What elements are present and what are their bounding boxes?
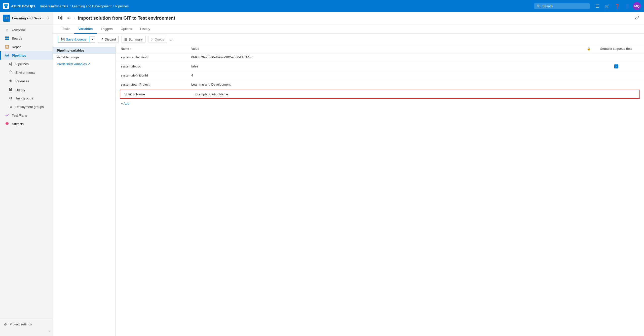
sidebar-item-pipelines[interactable]: Pipelines [0, 60, 53, 68]
var-settable-system-debug[interactable] [594, 64, 639, 68]
svg-rect-8 [10, 89, 11, 91]
breadcrumb-org[interactable]: ImperiumDynamics [40, 4, 68, 8]
sidebar-item-repos[interactable]: Repos [0, 43, 53, 51]
toolbar-more-button[interactable]: ... [168, 36, 175, 43]
sidebar-item-pipelines-section[interactable]: Pipelines [0, 51, 53, 60]
col-header-lock: 🔒 [584, 47, 594, 51]
app-logo[interactable]: Azure DevOps [3, 3, 35, 9]
tab-history[interactable]: History [136, 24, 154, 34]
table-row[interactable]: system.definitionId 4 [116, 71, 644, 80]
var-name-system-definitionid: system.definitionId [121, 73, 191, 77]
sidebar-item-label-pipelines-section: Pipelines [12, 54, 26, 57]
settings-label: Project settings [10, 322, 32, 326]
sidebar-item-releases[interactable]: Releases [0, 77, 53, 85]
sidebar-item-test-plans[interactable]: Test Plans [0, 111, 53, 120]
discard-button[interactable]: ↺ Discard [98, 36, 119, 43]
list-icon-btn[interactable]: ☰ [593, 2, 602, 11]
search-icon: 🔍 [537, 4, 541, 8]
svg-rect-6 [9, 72, 12, 74]
top-navigation: Azure DevOps ImperiumDynamics / Learning… [0, 0, 644, 12]
sort-arrow-icon: ↑ [130, 47, 132, 50]
save-icon: 💾 [61, 38, 65, 41]
external-link-icon: ↗ [88, 62, 90, 66]
save-queue-dropdown-button[interactable]: ▾ [90, 36, 95, 43]
sidebar-item-environments[interactable]: Environments [0, 68, 53, 77]
project-settings-item[interactable]: ⚙ Project settings [0, 320, 53, 328]
sidebar-project-name: Learning and Develop... [12, 16, 45, 20]
table-row[interactable]: system.teamProject Learning and Developm… [116, 80, 644, 89]
search-box[interactable]: 🔍 Search [534, 3, 590, 9]
breadcrumb-project[interactable]: Learning and Development [72, 4, 111, 8]
user-avatar[interactable]: MQ [633, 2, 641, 10]
var-value-system-teamproject: Learning and Development [191, 83, 584, 86]
sidebar-item-label-releases: Releases [15, 79, 29, 83]
add-project-button[interactable]: + [47, 16, 50, 21]
tab-variables[interactable]: Variables [74, 24, 97, 34]
settings-icon: ⚙ [4, 322, 7, 326]
sidebar-item-boards[interactable]: Boards [0, 34, 53, 43]
tab-options[interactable]: Options [117, 24, 136, 34]
svg-rect-2 [7, 36, 9, 38]
svg-rect-3 [5, 39, 7, 40]
overview-icon: ⌂ [5, 27, 9, 32]
sidebar-project[interactable]: LD Learning and Develop... + [0, 12, 53, 24]
table-row-highlighted[interactable]: SolutionName ExampleSolutionName [120, 90, 640, 99]
expand-button[interactable] [635, 16, 639, 21]
boards-icon [5, 36, 9, 41]
tab-triggers[interactable]: Triggers [97, 24, 117, 34]
user-settings-icon-btn[interactable]: 👤 [623, 2, 632, 11]
sidebar-collapse-button[interactable]: « [0, 328, 53, 334]
var-name-solutionname: SolutionName [124, 92, 195, 96]
col-header-settable: Settable at queue time [594, 47, 639, 51]
svg-rect-12 [61, 16, 62, 20]
pipeline-header: ••• › Import solution from GIT to Test e… [53, 12, 644, 24]
table-row[interactable]: system.collectionId 0b98c70a-5586-4b92-a… [116, 53, 644, 62]
summary-button[interactable]: ☰ Summary [122, 36, 145, 43]
svg-rect-10 [58, 16, 59, 19]
variables-layout: Pipeline variables Variable groups Prede… [53, 45, 644, 336]
collapse-icon: « [49, 329, 51, 333]
add-variable-button[interactable]: + Add [116, 99, 134, 108]
save-queue-button[interactable]: 💾 Save & queue [58, 36, 89, 43]
sidebar-item-label-task-groups: Task groups [15, 96, 33, 100]
var-name-system-teamproject: system.teamProject [121, 83, 191, 86]
sidebar-item-overview[interactable]: ⌂ Overview [0, 25, 53, 34]
task-groups-icon: ⚙ [8, 96, 13, 100]
breadcrumb-section[interactable]: Pipelines [115, 4, 129, 8]
pipeline-more-button[interactable]: ••• [65, 15, 72, 21]
tabs-bar: Tasks Variables Triggers Options History [53, 24, 644, 34]
basket-icon-btn[interactable]: 🛒 [603, 2, 612, 11]
sidebar-item-label-environments: Environments [15, 71, 35, 74]
sidebar-item-library[interactable]: Library [0, 85, 53, 94]
sidebar-item-label-overview: Overview [12, 28, 25, 32]
var-value-system-debug: false [191, 64, 584, 68]
table-row[interactable]: system.debug false [116, 62, 644, 71]
variable-groups-section[interactable]: Variable groups [53, 54, 116, 61]
settable-checkbox-checked[interactable] [614, 64, 618, 68]
breadcrumb-sep-2: / [113, 4, 114, 8]
top-nav-icons: ☰ 🛒 ❓ 👤 MQ [593, 2, 641, 11]
environments-icon [8, 70, 13, 75]
queue-icon: ▷ [151, 38, 153, 41]
tab-tasks[interactable]: Tasks [58, 24, 74, 34]
artifacts-icon [5, 122, 9, 126]
svg-rect-4 [7, 39, 9, 40]
lock-icon: 🔒 [587, 47, 591, 51]
var-value-system-definitionid: 4 [191, 73, 584, 77]
var-value-system-collectionid: 0b98c70a-5586-4b92-a902-a5604dc5b1cc [191, 55, 584, 59]
predefined-variables-link[interactable]: Predefined variables ↗ [53, 61, 116, 67]
queue-button[interactable]: ▷ Queue [148, 36, 167, 43]
help-icon-btn[interactable]: ❓ [613, 2, 622, 11]
pipeline-diagram-icon [58, 15, 63, 21]
pipeline-variables-section[interactable]: Pipeline variables [53, 47, 116, 54]
sidebar-item-deployment-groups[interactable]: 🖥 Deployment groups [0, 102, 53, 111]
sidebar-item-task-groups[interactable]: ⚙ Task groups [0, 94, 53, 102]
var-name-system-debug: system.debug [121, 64, 191, 68]
pipelines-icon [8, 62, 13, 66]
repos-icon [5, 45, 9, 49]
var-name-system-collectionid: system.collectionId [121, 55, 191, 59]
library-icon [8, 87, 13, 92]
sidebar-item-artifacts[interactable]: Artifacts [0, 120, 53, 128]
svg-rect-7 [9, 88, 10, 91]
sidebar-item-label-library: Library [15, 88, 25, 92]
